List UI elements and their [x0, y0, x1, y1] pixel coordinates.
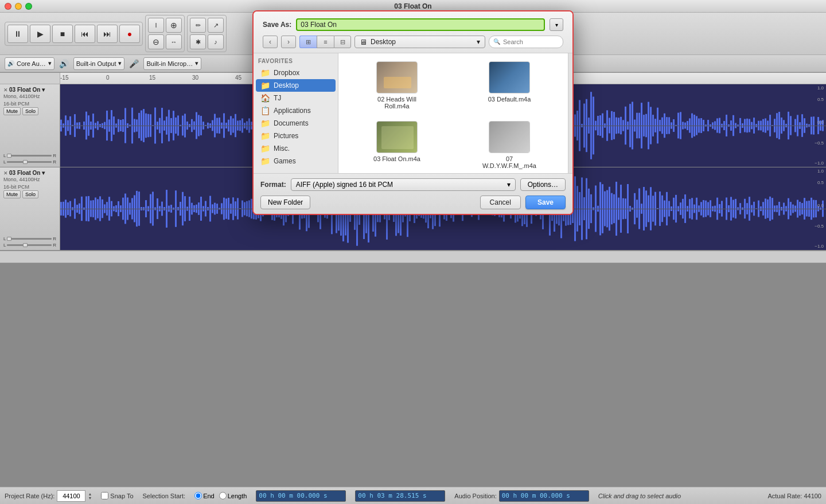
sidebar-item-label: Applications [274, 107, 311, 115]
view-group: ⊞ ≡ ⊟ [299, 36, 351, 48]
save-dialog: Save As: ▾ ‹ › ⊞ ≡ ⊟ 🖥 Desktop ▾ 🔍 [252, 10, 574, 215]
thumb-art-3 [377, 122, 417, 153]
file-name-1: 02 Heads Will Roll.m4a [368, 96, 426, 110]
desktop-icon: 🖥 [360, 38, 367, 46]
options-button[interactable]: Options… [520, 178, 566, 191]
dialog-footer: Format: AIFF (Apple) signed 16 bit PCM ▾… [254, 173, 572, 214]
dialog-overlay: Save As: ▾ ‹ › ⊞ ≡ ⊟ 🖥 Desktop ▾ 🔍 [0, 0, 826, 504]
sidebar-item-label: TJ [274, 94, 281, 102]
file-item-2[interactable]: 03 Default.m4a [455, 58, 563, 113]
nav-row: ‹ › ⊞ ≡ ⊟ 🖥 Desktop ▾ 🔍 [263, 36, 563, 48]
sidebar-item-label: Misc. [274, 144, 290, 153]
file-thumb-2 [489, 61, 530, 93]
sidebar-item-desktop[interactable]: 📁 Desktop [256, 79, 336, 92]
search-wrapper: 🔍 [489, 36, 563, 48]
nav-back-button[interactable]: ‹ [263, 36, 278, 48]
dialog-scrollbar[interactable] [568, 53, 572, 173]
dialog-body: FAVORITES 📁 Dropbox 📁 Desktop 🏠 TJ 📋 App… [254, 53, 572, 173]
button-row: New Folder Cancel Save [260, 196, 566, 209]
format-select[interactable]: AIFF (Apple) signed 16 bit PCM ▾ [291, 178, 516, 191]
thumb-art-2 [489, 62, 529, 93]
new-folder-button[interactable]: New Folder [260, 196, 310, 209]
file-item-3[interactable]: 03 Float On.m4a [343, 118, 451, 173]
sidebar-item-dropbox[interactable]: 📁 Dropbox [256, 67, 336, 79]
sidebar-item-label: Documents [274, 119, 309, 127]
file-item-1[interactable]: 02 Heads Will Roll.m4a [343, 58, 451, 113]
sidebar-item-misc[interactable]: 📁 Misc. [256, 142, 336, 155]
nav-forward-button[interactable]: › [281, 36, 296, 48]
location-select[interactable]: 🖥 Desktop ▾ [354, 36, 485, 48]
column-view-button[interactable]: ⊟ [334, 36, 351, 48]
dropbox-folder-icon: 📁 [260, 68, 270, 77]
search-icon: 🔍 [493, 38, 500, 45]
favorites-label: FAVORITES [254, 58, 338, 67]
list-view-button[interactable]: ≡ [317, 36, 334, 48]
dialog-header: Save As: ▾ ‹ › ⊞ ≡ ⊟ 🖥 Desktop ▾ 🔍 [254, 11, 572, 53]
location-chevron: ▾ [477, 38, 480, 46]
file-name-2: 03 Default.m4a [488, 96, 531, 103]
file-thumb-4 [489, 121, 530, 153]
desktop-folder-icon: 📁 [260, 81, 270, 90]
cancel-button[interactable]: Cancel [480, 196, 521, 209]
sidebar-item-tj[interactable]: 🏠 TJ [256, 92, 336, 104]
file-thumb-3 [376, 121, 418, 153]
dialog-buttons: Cancel Save [480, 196, 566, 209]
save-button[interactable]: Save [525, 196, 566, 209]
sidebar-item-documents[interactable]: 📁 Documents [256, 117, 336, 130]
sidebar-item-games[interactable]: 📁 Games [256, 155, 336, 167]
save-as-dropdown[interactable]: ▾ [550, 18, 563, 31]
home-icon: 🏠 [260, 93, 270, 103]
sidebar-item-applications[interactable]: 📋 Applications [256, 104, 336, 117]
apps-icon: 📋 [260, 106, 270, 115]
file-item-4[interactable]: 07 W.D.Y.W.F.M_.m4a [455, 118, 563, 173]
save-as-label: Save As: [263, 21, 291, 29]
sidebar-item-label: Pictures [274, 132, 298, 140]
save-as-row: Save As: ▾ [263, 18, 563, 31]
thumb-art-1 [377, 62, 417, 93]
icon-view-button[interactable]: ⊞ [299, 36, 317, 48]
sidebar-item-label: Dropbox [274, 69, 299, 77]
files-panel: 02 Heads Will Roll.m4a 03 Default.m4a 03… [338, 53, 568, 173]
favorites-sidebar: FAVORITES 📁 Dropbox 📁 Desktop 🏠 TJ 📋 App… [254, 53, 338, 173]
misc-folder-icon: 📁 [260, 144, 270, 153]
pictures-folder-icon: 📁 [260, 131, 270, 140]
file-name-3: 03 Float On.m4a [373, 155, 420, 162]
games-folder-icon: 📁 [260, 157, 270, 166]
format-row: Format: AIFF (Apple) signed 16 bit PCM ▾… [260, 178, 566, 191]
format-chevron: ▾ [507, 181, 511, 189]
thumb-art-4 [489, 122, 529, 153]
file-name-4: 07 W.D.Y.W.F.M_.m4a [481, 155, 538, 169]
format-label: Format: [260, 181, 286, 189]
save-as-input[interactable] [296, 18, 545, 31]
documents-folder-icon: 📁 [260, 119, 270, 128]
sidebar-item-pictures[interactable]: 📁 Pictures [256, 130, 336, 142]
sidebar-item-label: Games [274, 157, 296, 165]
sidebar-item-label: Desktop [274, 81, 299, 89]
file-thumb-1 [376, 61, 418, 93]
